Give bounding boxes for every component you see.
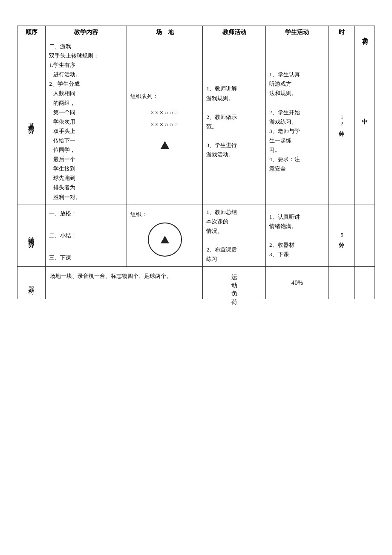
equipment-neirong: 场地一块、录音机一台、标志物四个、足球两个。	[46, 267, 203, 299]
jibenbufen-shi: 12分钟	[329, 39, 355, 205]
jibenbufen-neirong: 二、游戏双手头上转球规则： 1.学生有序 进行活动。 2、学生分成 人数相同 的…	[46, 39, 127, 205]
jibenbufen-row: 基本部分 二、游戏双手头上转球规则： 1.学生有序 进行活动。 2、学生分成 人…	[17, 39, 375, 205]
header-fuhe: 负荷	[355, 26, 375, 39]
table-header-row: 顺序 教学内容 场 地 教师活动 学生活动 时 负荷	[17, 26, 375, 39]
fuhe-vert: 负荷	[361, 32, 369, 34]
jieshubufen-xuesheng: 1、认真听讲情绪饱满。 2、收器材 3、下课	[266, 205, 329, 267]
triangle-icon-1	[161, 141, 169, 149]
jieshubufen-shi-text: 5分钟	[338, 231, 346, 238]
jieshubufen-fuhe	[355, 205, 375, 267]
header-changdi: 场 地	[127, 26, 203, 39]
jieshubufen-neirong: 一、放松； 二、小结； 三、下课	[46, 205, 127, 267]
jibenbufen-shunxu: 基本部分	[17, 39, 46, 205]
header-xuesheng: 学生活动	[266, 26, 329, 39]
equipment-neirong-text: 场地一块、录音机一台、标志物四个、足球两个。	[50, 273, 172, 279]
header-neirong: 教学内容	[46, 26, 127, 39]
jibenbufen-label: 基本部分	[27, 118, 35, 124]
lesson-table: 顺序 教学内容 场 地 教师活动 学生活动 时 负荷 基本部分 二、游戏双手头上…	[17, 26, 375, 299]
yundong-text: 运 动 负 荷	[231, 269, 238, 295]
jieshubufen-circle-triangle	[130, 223, 199, 257]
jieshubufen-jiaoshi: 1、教师总结本次课的情况。 2、布置课后练习	[203, 205, 266, 267]
triangle-icon-2	[161, 236, 169, 243]
header-shi: 时	[329, 26, 355, 39]
jieshubufen-label: 结束部分	[27, 231, 35, 238]
header-jiaoshi: 教师活动	[203, 26, 266, 39]
jieshubufen-shunxu: 结束部分	[17, 205, 46, 267]
equipment-fuhe-empty	[355, 267, 375, 299]
equipment-label: 器材	[27, 281, 35, 285]
jibenbufen-fuhe: 中	[355, 39, 375, 205]
main-table-container: 顺序 教学内容 场 地 教师活动 学生活动 时 负荷 基本部分 二、游戏双手头上…	[17, 26, 375, 299]
jieshubufen-row: 结束部分 一、放松； 二、小结； 三、下课 组织： 1、教师总结本次课的情况。 …	[17, 205, 375, 267]
jieshubufen-changdi-label: 组织：	[130, 211, 199, 218]
jibenbufen-shi-text: 12分钟	[337, 114, 346, 127]
equipment-shi-empty	[329, 267, 355, 299]
jibenbufen-triangle-area	[130, 141, 199, 153]
circle-formation	[148, 223, 182, 257]
jibenbufen-changdi-label: 组织队列：	[130, 91, 199, 102]
jibenbufen-xuesheng: 1、学生认真听游戏方法和规则。 2、学生开始游戏练习。 3、老师与学生一起练习。…	[266, 39, 329, 205]
jibenbufen-jiaoshi: 1、教师讲解游戏规则。 2、教师做示范。 3、学生进行游戏活动。	[203, 39, 266, 205]
header-shunxu: 顺序	[17, 26, 46, 39]
equipment-row: 器材 场地一块、录音机一台、标志物四个、足球两个。 运 动 负 荷 40%	[17, 267, 375, 299]
jibenbufen-changdi: 组织队列： ×××○○○×××○○○	[127, 39, 203, 205]
jibenbufen-formation: ×××○○○×××○○○	[130, 107, 199, 131]
equipment-percent: 40%	[266, 267, 329, 299]
jibenbufen-neirong-text: 二、游戏双手头上转球规则： 1.学生有序 进行活动。 2、学生分成 人数相同 的…	[49, 42, 123, 202]
jieshubufen-shi: 5分钟	[329, 205, 355, 267]
jieshubufen-changdi: 组织：	[127, 205, 203, 267]
equipment-yundong: 运 动 负 荷	[203, 267, 266, 299]
equipment-shunxu: 器材	[17, 267, 46, 299]
